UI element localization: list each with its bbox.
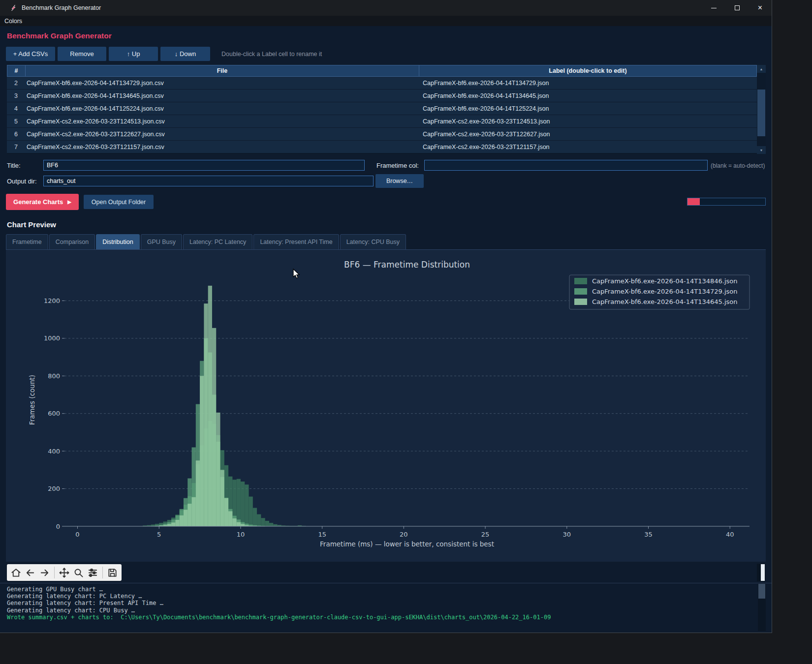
table-row[interactable]: 7CapFrameX-cs2.exe-2026-03-23T121157.jso… [7, 141, 757, 153]
frametime-col-label: Frametime col: [376, 162, 419, 169]
row-number: 4 [7, 102, 25, 115]
toolbar-separator [102, 567, 103, 578]
svg-text:1200: 1200 [44, 297, 60, 304]
side-scrollbar-thumb[interactable] [761, 564, 765, 581]
close-button[interactable]: × [749, 0, 772, 16]
svg-text:200: 200 [48, 485, 60, 492]
minimize-icon [711, 8, 717, 8]
side-scrollbar[interactable] [757, 564, 765, 581]
pan-icon[interactable] [58, 566, 71, 579]
row-file: CapFrameX-cs2.exe-2026-03-23T124513.json… [25, 115, 419, 127]
svg-text:40: 40 [726, 531, 734, 538]
table-row[interactable]: 4CapFrameX-bf6.exe-2026-04-14T125224.jso… [7, 102, 757, 115]
menu-colors[interactable]: Colors [0, 18, 27, 25]
open-output-folder-button[interactable]: Open Output Folder [84, 195, 154, 209]
save-icon[interactable] [106, 566, 119, 579]
row-label[interactable]: CapFrameX-bf6.exe-2026-04-14T125224.json [419, 102, 757, 115]
play-icon: ▶ [67, 199, 71, 205]
add-csvs-button[interactable]: + Add CSVs [6, 47, 55, 61]
forward-icon[interactable] [38, 566, 51, 579]
progress-fill [687, 198, 700, 205]
scroll-up-icon[interactable]: ▲ [757, 65, 766, 73]
table-row[interactable]: 2CapFrameX-bf6.exe-2026-04-14T134729.jso… [7, 77, 757, 90]
log-line: Wrote summary.csv + charts to: C:\Users\… [7, 614, 772, 621]
tab-gpu-busy[interactable]: GPU Busy [141, 234, 182, 249]
row-label[interactable]: CapFrameX-cs2.exe-2026-03-23T124513.json [419, 115, 757, 127]
svg-text:Frames (count): Frames (count) [28, 375, 36, 425]
title-input[interactable] [43, 160, 365, 171]
chart-panel: 0510152025303540020040060080010001200BF6… [6, 249, 766, 562]
col-header-label: Label (double-click to edit) [419, 65, 756, 76]
home-icon[interactable] [9, 566, 23, 579]
svg-text:20: 20 [400, 531, 408, 538]
csv-table: # File Label (double-click to edit) 2Cap… [7, 65, 766, 154]
row-label[interactable]: CapFrameX-cs2.exe-2026-03-23T122627.json [419, 128, 757, 140]
move-down-button[interactable]: ↓ Down [160, 47, 210, 61]
tab-distribution[interactable]: Distribution [96, 234, 140, 249]
window-title: Benchmark Graph Generator [22, 4, 101, 11]
tab-latency-present-api-time[interactable]: Latency: Present API Time [253, 234, 339, 249]
browse-button[interactable]: Browse… [375, 174, 424, 188]
table-row[interactable]: 6CapFrameX-cs2.exe-2026-03-23T122627.jso… [7, 128, 757, 141]
row-label[interactable]: CapFrameX-bf6.exe-2026-04-14T134645.json [419, 90, 757, 102]
svg-text:CapFrameX-bf6.exe-2026-04-14T1: CapFrameX-bf6.exe-2026-04-14T134729.json [592, 288, 738, 295]
output-dir-label: Output dir: [7, 178, 37, 185]
desktop: Benchmark Graph Generator × Colors Bench… [0, 0, 812, 664]
log-panel: Generating GPU Busy chart …Generating la… [0, 583, 772, 633]
progress-bar [687, 198, 766, 206]
table-scrollbar[interactable]: ▲ ▼ [757, 65, 766, 154]
tab-latency-cpu-busy[interactable]: Latency: CPU Busy [340, 234, 406, 249]
svg-text:5: 5 [157, 531, 161, 538]
table-body: 2CapFrameX-bf6.exe-2026-04-14T134729.jso… [7, 77, 766, 153]
output-dir-input[interactable] [43, 176, 374, 186]
svg-text:30: 30 [563, 531, 571, 538]
row-label[interactable]: CapFrameX-bf6.exe-2026-04-14T134729.json [419, 77, 757, 89]
table-scrollbar-thumb[interactable] [757, 90, 765, 136]
svg-text:600: 600 [48, 410, 60, 417]
minimize-button[interactable] [702, 0, 725, 16]
svg-text:1000: 1000 [44, 334, 60, 342]
title-label: Title: [7, 162, 21, 169]
tab-frametime[interactable]: Frametime [6, 234, 48, 249]
chart-tabs: FrametimeComparisonDistributionGPU BusyL… [6, 234, 406, 249]
svg-text:35: 35 [644, 531, 653, 538]
remove-button[interactable]: Remove [58, 47, 106, 61]
row-file: CapFrameX-cs2.exe-2026-03-23T122627.json… [25, 128, 419, 140]
svg-text:0: 0 [75, 531, 79, 538]
app-icon [10, 4, 17, 11]
svg-text:400: 400 [48, 448, 60, 455]
window-controls: × [702, 0, 772, 16]
move-up-button[interactable]: ↑ Up [109, 47, 158, 61]
maximize-icon [735, 5, 740, 10]
generate-charts-button[interactable]: Generate Charts ▶ [6, 194, 79, 210]
back-icon[interactable] [24, 566, 37, 579]
log-line: Generating GPU Busy chart … [7, 586, 772, 593]
svg-text:0: 0 [56, 523, 60, 530]
log-scrollbar-thumb[interactable] [758, 584, 765, 599]
row-number: 7 [7, 141, 25, 153]
chart-canvas[interactable]: 0510152025303540020040060080010001200BF6… [6, 250, 766, 562]
log-line: Generating latency chart: CPU Busy … [7, 607, 772, 614]
maximize-button[interactable] [725, 0, 749, 16]
menubar: Colors [0, 16, 772, 26]
tab-comparison[interactable]: Comparison [49, 234, 95, 249]
row-number: 3 [7, 90, 25, 102]
row-number: 2 [7, 77, 25, 89]
row-file: CapFrameX-bf6.exe-2026-04-14T134729.json… [25, 77, 419, 89]
configure-subplots-icon[interactable] [86, 566, 99, 579]
rename-hint: Double-click a Label cell to rename it [221, 51, 322, 58]
table-header: # File Label (double-click to edit) [7, 65, 757, 77]
log-scrollbar[interactable] [758, 583, 766, 631]
row-file: CapFrameX-bf6.exe-2026-04-14T125224.json… [25, 102, 419, 115]
log-lines: Generating GPU Busy chart …Generating la… [7, 586, 772, 621]
table-row[interactable]: 5CapFrameX-cs2.exe-2026-03-23T124513.jso… [7, 115, 757, 128]
close-icon: × [758, 4, 762, 12]
table-row[interactable]: 3CapFrameX-bf6.exe-2026-04-14T134645.jso… [7, 90, 757, 102]
scroll-down-icon[interactable]: ▼ [757, 146, 766, 154]
plot-toolbar [7, 564, 122, 581]
svg-text:Frametime (ms) — lower is bett: Frametime (ms) — lower is better, consis… [320, 540, 494, 548]
tab-latency-pc-latency[interactable]: Latency: PC Latency [183, 234, 252, 249]
row-label[interactable]: CapFrameX-cs2.exe-2026-03-23T121157.json [419, 141, 757, 153]
zoom-icon[interactable] [72, 566, 85, 579]
frametime-col-input[interactable] [424, 160, 708, 171]
